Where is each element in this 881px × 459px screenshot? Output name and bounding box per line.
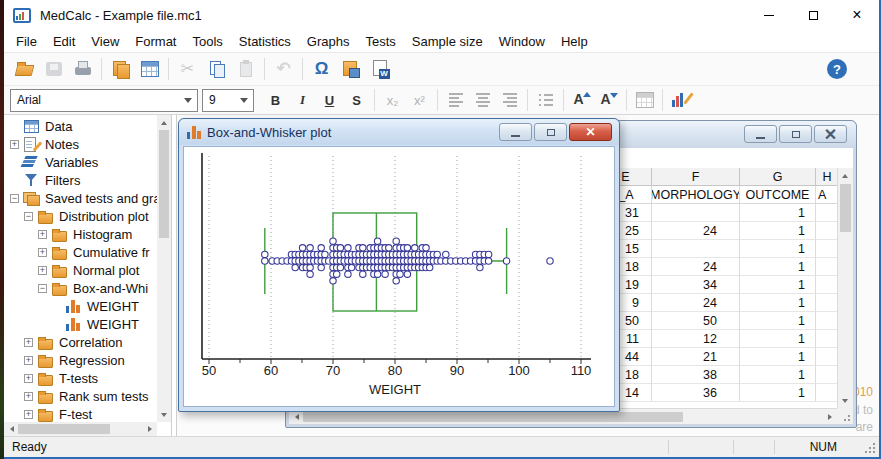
- expand-toggle[interactable]: +: [10, 140, 19, 149]
- cell[interactable]: 1: [740, 312, 816, 330]
- bold-button[interactable]: B: [262, 88, 289, 113]
- cell[interactable]: 24: [652, 222, 740, 240]
- expand-toggle[interactable]: +: [24, 356, 33, 365]
- cell[interactable]: [816, 276, 839, 294]
- tree-item-histogram[interactable]: +Histogram: [4, 225, 157, 243]
- cell[interactable]: 1: [740, 276, 816, 294]
- sheet-vertical-scrollbar[interactable]: [837, 168, 853, 408]
- cell[interactable]: 1: [740, 366, 816, 384]
- cell[interactable]: [816, 330, 839, 348]
- cell[interactable]: 1: [740, 258, 816, 276]
- spreadsheet-maximize-button[interactable]: [779, 125, 812, 143]
- tree-item-saved-tests-and-grap[interactable]: −Saved tests and grap: [4, 189, 157, 207]
- maximize-button[interactable]: [791, 0, 835, 30]
- scroll-up-icon[interactable]: [157, 115, 171, 129]
- expand-toggle[interactable]: −: [38, 284, 47, 293]
- cell[interactable]: [652, 204, 740, 222]
- column-letter[interactable]: H: [816, 168, 839, 186]
- cell[interactable]: [816, 384, 839, 402]
- cell[interactable]: 36: [652, 384, 740, 402]
- cell[interactable]: 21: [652, 348, 740, 366]
- cell[interactable]: 1: [740, 240, 816, 258]
- help-icon[interactable]: ?: [827, 59, 847, 79]
- tree-item-cumulative-fr[interactable]: +Cumulative fr: [4, 243, 157, 261]
- cell[interactable]: [816, 204, 839, 222]
- field-name[interactable]: A: [816, 186, 839, 204]
- sheet-hscroll-thumb[interactable]: [303, 412, 683, 422]
- tree-hscroll-thumb[interactable]: [18, 424, 110, 434]
- cell[interactable]: [816, 240, 839, 258]
- boxplot-close-button[interactable]: ✕: [569, 123, 612, 141]
- boxplot-minimize-button[interactable]: [499, 123, 532, 141]
- open-file-button[interactable]: [10, 56, 39, 83]
- cell[interactable]: [816, 294, 839, 312]
- column-letter[interactable]: F: [652, 168, 740, 186]
- column-letter[interactable]: G: [740, 168, 816, 186]
- cell[interactable]: [816, 312, 839, 330]
- cell[interactable]: 24: [652, 294, 740, 312]
- tree-vscroll-thumb[interactable]: [159, 130, 169, 238]
- window-resize-grip[interactable]: [863, 441, 877, 455]
- cell[interactable]: 12: [652, 330, 740, 348]
- menu-file[interactable]: File: [8, 32, 45, 51]
- spreadsheet-close-button[interactable]: ✕: [814, 125, 847, 143]
- tree-item-f-test[interactable]: +F-test: [4, 405, 157, 422]
- expand-toggle[interactable]: +: [38, 230, 47, 239]
- sheet-resize-grip[interactable]: [837, 408, 853, 424]
- decrease-font-button[interactable]: [595, 88, 622, 113]
- cell[interactable]: 1: [740, 348, 816, 366]
- expand-toggle[interactable]: −: [24, 212, 33, 221]
- scroll-up-icon[interactable]: [838, 168, 852, 182]
- tree-item-normal-plot[interactable]: +Normal plot: [4, 261, 157, 279]
- field-name[interactable]: MORPHOLOGY: [652, 186, 740, 204]
- tree-item-variables[interactable]: Variables: [4, 153, 157, 171]
- expand-toggle[interactable]: +: [38, 266, 47, 275]
- scroll-down-icon[interactable]: [838, 394, 852, 408]
- menu-format[interactable]: Format: [127, 32, 184, 51]
- field-name[interactable]: OUTCOME: [740, 186, 816, 204]
- export-to-word-button[interactable]: [365, 56, 394, 83]
- duplicate-document-button[interactable]: [106, 56, 135, 83]
- scroll-right-icon[interactable]: [143, 422, 157, 436]
- strikethrough-button[interactable]: S: [343, 88, 370, 113]
- cell[interactable]: 1: [740, 330, 816, 348]
- scroll-right-icon[interactable]: [823, 410, 837, 424]
- cell[interactable]: 1: [740, 222, 816, 240]
- menu-statistics[interactable]: Statistics: [231, 32, 299, 51]
- expand-toggle[interactable]: +: [24, 374, 33, 383]
- cell[interactable]: [816, 258, 839, 276]
- tree-item-t-tests[interactable]: +T-tests: [4, 369, 157, 387]
- italic-button[interactable]: I: [289, 88, 316, 113]
- cell[interactable]: 24: [652, 258, 740, 276]
- menu-tests[interactable]: Tests: [358, 32, 404, 51]
- menu-edit[interactable]: Edit: [45, 32, 83, 51]
- cell[interactable]: [816, 222, 839, 240]
- tree-item-correlation[interactable]: +Correlation: [4, 333, 157, 351]
- data-table-button[interactable]: [135, 56, 164, 83]
- copy-button[interactable]: [202, 56, 231, 83]
- tree-item-filters[interactable]: Filters: [4, 171, 157, 189]
- spreadsheet-minimize-button[interactable]: [744, 125, 777, 143]
- cell[interactable]: 34: [652, 276, 740, 294]
- cell[interactable]: [816, 348, 839, 366]
- expand-toggle[interactable]: +: [24, 410, 33, 419]
- tree-horizontal-scrollbar[interactable]: [4, 422, 157, 436]
- underline-button[interactable]: U: [316, 88, 343, 113]
- tree-item-regression[interactable]: +Regression: [4, 351, 157, 369]
- close-button[interactable]: ×: [835, 0, 879, 30]
- cell[interactable]: 50: [652, 312, 740, 330]
- cell[interactable]: [816, 366, 839, 384]
- tree-item-box-and-whi[interactable]: −Box-and-Whi: [4, 279, 157, 297]
- tree-item-weight[interactable]: WEIGHT: [4, 315, 157, 333]
- minimize-button[interactable]: [747, 0, 791, 30]
- cell[interactable]: 1: [740, 384, 816, 402]
- tree-item-weight[interactable]: WEIGHT: [4, 297, 157, 315]
- scroll-left-icon[interactable]: [4, 422, 18, 436]
- boxplot-titlebar[interactable]: Box-and-Whisker plot ✕: [179, 119, 619, 145]
- menu-tools[interactable]: Tools: [184, 32, 230, 51]
- tree-item-distribution-plot[interactable]: −Distribution plot: [4, 207, 157, 225]
- font-size-select[interactable]: 9: [202, 89, 254, 112]
- menu-graphs[interactable]: Graphs: [299, 32, 358, 51]
- increase-font-button[interactable]: [568, 88, 595, 113]
- save-graph-button[interactable]: [336, 56, 365, 83]
